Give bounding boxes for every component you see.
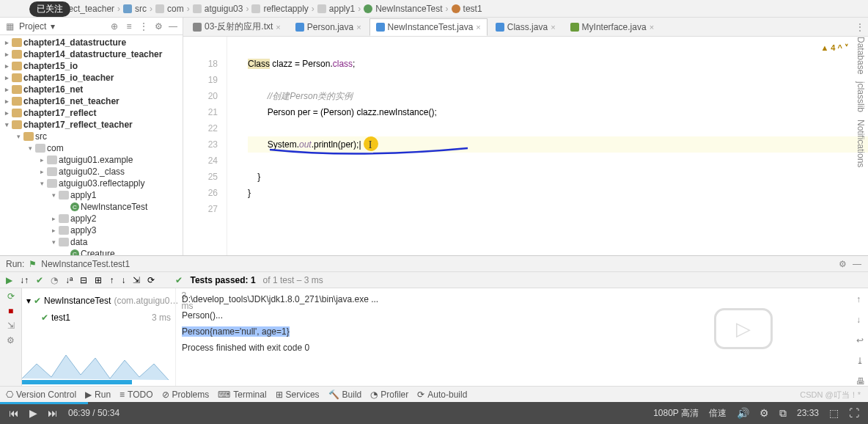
project-title: Project — [19, 21, 46, 32]
tree-item[interactable]: ▾src — [0, 131, 183, 142]
tool-notifications[interactable]: Notifications — [856, 120, 866, 167]
pin-icon[interactable]: ⇲ — [7, 321, 15, 331]
tree-item[interactable]: ▸chapter15_io_teacher — [0, 72, 183, 84]
close-icon[interactable]: × — [356, 23, 361, 32]
tool-database[interactable]: Database — [856, 37, 866, 74]
check-icon[interactable]: ✔ — [36, 275, 43, 285]
expand-all-icon[interactable]: ≡ — [124, 21, 134, 32]
tool-services[interactable]: ⊞ Services — [276, 390, 320, 400]
video-controls: ⏮ ▶ ⏭ 06:39 / 50:34 1080P 高清 倍速 🔊 ⚙ ⧉ 23… — [0, 402, 868, 424]
project-tree[interactable]: ▸chapter14_datastructure▸chapter14_datas… — [0, 35, 183, 255]
tree-item[interactable]: ▸atguigu01.example — [0, 154, 183, 166]
inspection-badge[interactable]: ▲ 4 ^ ˅ — [820, 40, 849, 56]
editor-tab[interactable]: NewInstanceTest.java× — [369, 18, 488, 36]
settings-icon[interactable]: ⚙ — [760, 407, 769, 419]
crumb[interactable]: NewInstanceTest — [375, 4, 442, 14]
breadcrumb: _reflect_teacher› src› com› atguigu03› r… — [0, 0, 868, 18]
tree-item[interactable]: ▸chapter16_net_teacher — [0, 95, 183, 107]
tree-item[interactable]: ▸chapter14_datastructure_teacher — [0, 48, 183, 60]
print-icon[interactable]: 🖶 — [856, 373, 865, 390]
fullscreen-icon[interactable]: ⛶ — [849, 407, 859, 419]
tree-item[interactable]: ▸apply2 — [0, 213, 183, 224]
crumb[interactable]: reflectapply — [263, 4, 308, 14]
hide-icon[interactable]: — — [852, 259, 862, 269]
tree-item[interactable]: ▸chapter14_datastructure — [0, 37, 183, 48]
crumb[interactable]: com — [167, 4, 184, 14]
history-icon[interactable]: ⟳ — [147, 275, 155, 285]
tool-problems[interactable]: ⊘ Problems — [162, 390, 210, 400]
close-icon[interactable]: × — [276, 23, 280, 32]
close-icon[interactable]: × — [650, 23, 654, 32]
tree-item[interactable]: ▾data — [0, 236, 183, 248]
editor-tab[interactable]: 03-反射的应用.txt× — [186, 18, 287, 36]
volume-icon[interactable]: 🔊 — [737, 407, 749, 419]
crumb[interactable]: src — [135, 4, 147, 14]
tree-item[interactable]: CNewInstanceTest — [0, 201, 183, 213]
run-config[interactable]: NewInstanceTest.test1 — [41, 259, 130, 269]
video-time: 06:39 / 50:34 — [68, 408, 119, 418]
video-play-icon[interactable]: ▶ — [29, 407, 37, 419]
editor-tab[interactable]: MyInterface.java× — [564, 18, 661, 36]
video-play-overlay[interactable]: ▷ — [714, 308, 773, 349]
next-icon[interactable]: ↓ — [121, 275, 125, 285]
tool-version-control[interactable]: ⎔ Version Control — [6, 390, 76, 400]
watermark: CSDN @叮当！* — [800, 390, 861, 401]
export-icon[interactable]: ⇲ — [133, 275, 140, 285]
tool-build[interactable]: 🔨 Build — [328, 390, 362, 400]
tree-item[interactable]: ▾com — [0, 142, 183, 154]
tree-item[interactable]: CCreature — [0, 248, 183, 255]
video-quality[interactable]: 1080P 高清 — [653, 407, 699, 420]
follow-badge: 已关注 — [29, 1, 70, 17]
tree-item[interactable]: ▾chapter17_reflect_teacher — [0, 119, 183, 131]
video-next-icon[interactable]: ⏭ — [48, 407, 58, 419]
rerun-icon[interactable]: ⟳ — [7, 291, 15, 301]
sort-icon[interactable]: ↓ª — [65, 275, 73, 285]
tool-profiler[interactable]: ◔ Profiler — [370, 390, 408, 400]
crumb[interactable]: atguigu03 — [205, 4, 243, 14]
tool-todo[interactable]: ≡ TODO — [119, 390, 152, 400]
editor-tab[interactable]: Class.java× — [489, 18, 562, 36]
gear-icon[interactable]: ⚙ — [837, 259, 847, 269]
video-prev-icon[interactable]: ⏮ — [9, 407, 19, 419]
hide-icon[interactable]: — — [168, 21, 178, 32]
tree-item[interactable]: ▸apply3 — [0, 224, 183, 236]
close-icon[interactable]: × — [476, 23, 480, 32]
select-opened-icon[interactable]: ⊕ — [109, 21, 119, 32]
tool-run[interactable]: ▶ Run — [85, 390, 111, 400]
tab-more-icon[interactable]: ⋮ — [855, 22, 865, 32]
collapse-icon[interactable]: ⋮ — [139, 21, 149, 32]
tree-item[interactable]: ▾apply1 — [0, 189, 183, 201]
tree-item[interactable]: ▸chapter15_io — [0, 60, 183, 72]
tree-item[interactable]: ▾atguigu03.reflectapply — [0, 178, 183, 189]
prev-icon[interactable]: ↑ — [109, 275, 114, 285]
gear-icon[interactable]: ⚙ — [153, 21, 163, 32]
tree-item[interactable]: ▸atguigu02._class — [0, 166, 183, 178]
crumb[interactable]: test1 — [463, 4, 482, 14]
tree-item[interactable]: ▸chapter17_reflect — [0, 107, 183, 119]
close-icon[interactable]: × — [551, 23, 555, 32]
filter-icon[interactable]: ↓↑ — [20, 275, 29, 285]
settings-icon[interactable]: ⚙ — [7, 335, 15, 346]
scroll-end-icon[interactable]: ⤓ — [856, 353, 865, 369]
test-tree[interactable]: ▾✔ NewInstanceTest (com.atguigu0… 3 ms ✔… — [22, 288, 176, 386]
scroll-up-icon[interactable]: ↑ — [856, 291, 865, 307]
code-editor[interactable]: ▲ 4 ^ ˅ Class clazz = Person.class; //创建… — [227, 37, 868, 255]
video-speed[interactable]: 倍速 — [709, 407, 727, 420]
memory-chart — [22, 349, 176, 386]
tool-terminal[interactable]: ⌨ Terminal — [218, 390, 266, 400]
collapse-icon[interactable]: ⊞ — [95, 275, 102, 285]
editor-tab[interactable]: Person.java× — [289, 18, 368, 36]
wide-icon[interactable]: ⬚ — [829, 407, 839, 419]
expand-icon[interactable]: ⊟ — [80, 275, 87, 285]
video-progress[interactable] — [0, 402, 88, 404]
scroll-down-icon[interactable]: ↓ — [856, 312, 865, 328]
soft-wrap-icon[interactable]: ↩ — [856, 332, 865, 348]
tool-autobuild[interactable]: ⟳ Auto-build — [417, 390, 467, 400]
pip-icon[interactable]: ⧉ — [779, 407, 787, 420]
clock-icon[interactable]: ◔ — [51, 275, 58, 285]
tree-item[interactable]: ▸chapter16_net — [0, 84, 183, 95]
crumb[interactable]: apply1 — [329, 4, 355, 14]
stop-icon[interactable]: ■ — [8, 306, 13, 316]
run-icon[interactable]: ▶ — [6, 275, 12, 285]
tool-jclasslib[interactable]: jclasslib — [856, 81, 866, 112]
